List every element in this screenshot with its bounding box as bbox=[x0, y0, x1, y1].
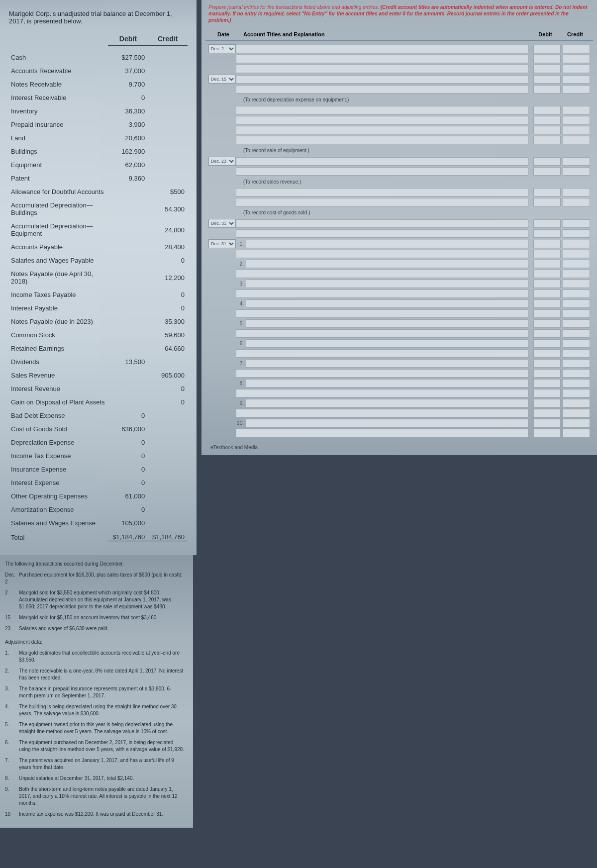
credit-input[interactable] bbox=[563, 240, 590, 248]
credit-input[interactable] bbox=[563, 270, 590, 278]
debit-input[interactable] bbox=[533, 270, 561, 278]
account-input[interactable] bbox=[246, 240, 528, 248]
credit-input[interactable] bbox=[563, 379, 590, 387]
date-select[interactable]: Dec. 2 bbox=[208, 44, 236, 53]
credit-input[interactable] bbox=[563, 329, 590, 338]
debit-input[interactable] bbox=[533, 409, 561, 417]
account-input[interactable] bbox=[246, 399, 528, 407]
credit-input[interactable] bbox=[563, 250, 590, 258]
account-input[interactable] bbox=[236, 289, 528, 298]
account-input[interactable] bbox=[236, 75, 528, 84]
account-input[interactable] bbox=[236, 250, 528, 258]
credit-input[interactable] bbox=[563, 157, 590, 166]
debit-input[interactable] bbox=[533, 359, 561, 368]
debit-input[interactable] bbox=[533, 329, 561, 338]
debit-input[interactable] bbox=[533, 45, 561, 53]
debit-input[interactable] bbox=[533, 369, 561, 378]
account-input[interactable] bbox=[246, 260, 528, 268]
debit-input[interactable] bbox=[533, 280, 561, 288]
debit-input[interactable] bbox=[533, 157, 561, 166]
credit-input[interactable] bbox=[563, 389, 590, 397]
credit-input[interactable] bbox=[563, 116, 590, 124]
account-input[interactable] bbox=[236, 219, 528, 228]
date-select[interactable]: Dec. 31 bbox=[208, 219, 236, 228]
debit-input[interactable] bbox=[533, 379, 561, 387]
debit-input[interactable] bbox=[533, 85, 561, 94]
credit-input[interactable] bbox=[563, 280, 590, 288]
debit-input[interactable] bbox=[533, 65, 561, 73]
debit-input[interactable] bbox=[533, 136, 561, 144]
account-input[interactable] bbox=[236, 389, 528, 397]
debit-input[interactable] bbox=[533, 299, 561, 308]
debit-input[interactable] bbox=[533, 319, 561, 328]
account-input[interactable] bbox=[246, 419, 528, 427]
account-input[interactable] bbox=[236, 429, 528, 437]
credit-input[interactable] bbox=[563, 319, 590, 328]
credit-input[interactable] bbox=[563, 229, 590, 238]
credit-input[interactable] bbox=[563, 399, 590, 407]
account-input[interactable] bbox=[236, 309, 528, 318]
account-input[interactable] bbox=[246, 319, 528, 328]
credit-input[interactable] bbox=[563, 75, 590, 84]
debit-input[interactable] bbox=[533, 349, 561, 358]
credit-input[interactable] bbox=[563, 349, 590, 358]
account-input[interactable] bbox=[236, 409, 528, 417]
debit-input[interactable] bbox=[533, 219, 561, 228]
credit-input[interactable] bbox=[563, 260, 590, 268]
account-input[interactable] bbox=[236, 329, 528, 338]
credit-input[interactable] bbox=[563, 339, 590, 348]
account-input[interactable] bbox=[236, 45, 528, 53]
credit-input[interactable] bbox=[563, 55, 590, 63]
account-input[interactable] bbox=[236, 106, 528, 114]
debit-input[interactable] bbox=[533, 75, 561, 84]
debit-input[interactable] bbox=[533, 339, 561, 348]
debit-input[interactable] bbox=[533, 55, 561, 63]
credit-input[interactable] bbox=[563, 429, 590, 437]
credit-input[interactable] bbox=[563, 106, 590, 114]
credit-input[interactable] bbox=[563, 289, 590, 298]
account-input[interactable] bbox=[236, 85, 528, 94]
debit-input[interactable] bbox=[533, 198, 561, 206]
debit-input[interactable] bbox=[533, 260, 561, 268]
credit-input[interactable] bbox=[563, 309, 590, 318]
credit-input[interactable] bbox=[563, 419, 590, 427]
debit-input[interactable] bbox=[533, 167, 561, 176]
account-input[interactable] bbox=[236, 349, 528, 358]
credit-input[interactable] bbox=[563, 409, 590, 417]
debit-input[interactable] bbox=[533, 116, 561, 124]
account-input[interactable] bbox=[236, 116, 528, 124]
debit-input[interactable] bbox=[533, 240, 561, 248]
account-input[interactable] bbox=[246, 359, 528, 368]
date-select[interactable]: Dec. 23 bbox=[208, 157, 236, 166]
account-input[interactable] bbox=[236, 229, 528, 238]
etextbook-link[interactable]: eTextbook and Media bbox=[205, 441, 593, 451]
account-input[interactable] bbox=[246, 299, 528, 308]
account-input[interactable] bbox=[246, 339, 528, 348]
account-input[interactable] bbox=[236, 369, 528, 378]
credit-input[interactable] bbox=[563, 126, 590, 134]
date-select[interactable]: Dec. 31 bbox=[208, 239, 236, 248]
credit-input[interactable] bbox=[563, 167, 590, 176]
account-input[interactable] bbox=[236, 55, 528, 63]
credit-input[interactable] bbox=[563, 188, 590, 196]
credit-input[interactable] bbox=[563, 369, 590, 378]
debit-input[interactable] bbox=[533, 106, 561, 114]
credit-input[interactable] bbox=[563, 299, 590, 308]
debit-input[interactable] bbox=[533, 309, 561, 318]
credit-input[interactable] bbox=[563, 359, 590, 368]
debit-input[interactable] bbox=[533, 126, 561, 134]
account-input[interactable] bbox=[246, 280, 528, 288]
account-input[interactable] bbox=[236, 126, 528, 134]
account-input[interactable] bbox=[236, 136, 528, 144]
debit-input[interactable] bbox=[533, 229, 561, 238]
credit-input[interactable] bbox=[563, 136, 590, 144]
account-input[interactable] bbox=[236, 188, 528, 196]
debit-input[interactable] bbox=[533, 188, 561, 196]
credit-input[interactable] bbox=[563, 45, 590, 53]
debit-input[interactable] bbox=[533, 389, 561, 397]
account-input[interactable] bbox=[236, 65, 528, 73]
debit-input[interactable] bbox=[533, 399, 561, 407]
debit-input[interactable] bbox=[533, 289, 561, 298]
debit-input[interactable] bbox=[533, 429, 561, 437]
account-input[interactable] bbox=[236, 157, 528, 166]
